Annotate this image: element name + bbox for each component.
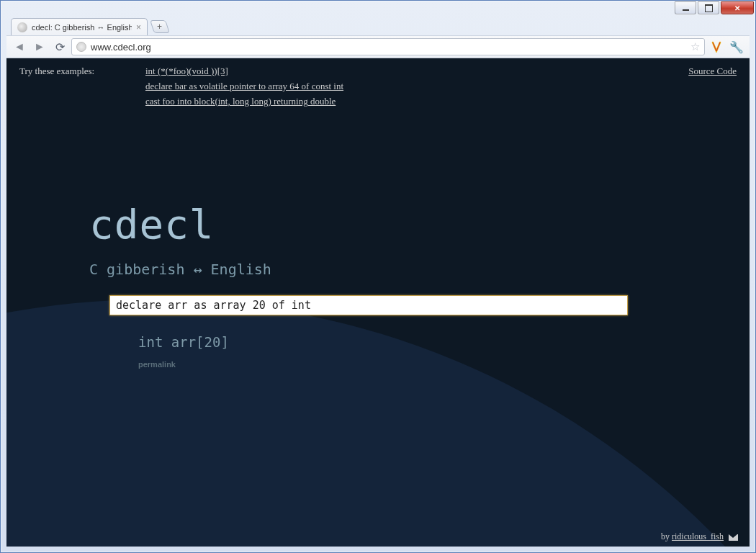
url-text: www.cdecl.org bbox=[91, 42, 686, 53]
page-viewport: Try these examples: int (*(*foo)(void ))… bbox=[6, 58, 750, 547]
forward-button[interactable]: ► bbox=[31, 38, 48, 55]
tab-title: cdecl: C gibberish ↔ English bbox=[32, 23, 132, 32]
bookmark-star-icon[interactable]: ☆ bbox=[690, 40, 700, 53]
permalink-link[interactable]: permalink bbox=[138, 360, 750, 369]
tab-strip: cdecl: C gibberish ↔ English × + bbox=[6, 17, 750, 35]
examples-label: Try these examples: bbox=[19, 66, 145, 107]
translation-output: int arr[20] bbox=[138, 334, 750, 350]
tab-favicon bbox=[17, 22, 27, 32]
globe-icon bbox=[76, 42, 86, 52]
window-titlebar bbox=[1, 1, 755, 17]
mail-icon[interactable] bbox=[729, 534, 738, 541]
browser-chrome: cdecl: C gibberish ↔ English × + ◄ ► ⟳ w… bbox=[6, 17, 750, 547]
back-button[interactable]: ◄ bbox=[11, 38, 28, 55]
window-frame: cdecl: C gibberish ↔ English × + ◄ ► ⟳ w… bbox=[0, 0, 756, 553]
example-link[interactable]: int (*(*foo)(void ))[3] bbox=[145, 66, 343, 77]
window-minimize-button[interactable] bbox=[675, 1, 696, 14]
page-footer: by ridiculous_fish bbox=[661, 531, 738, 542]
new-tab-button[interactable]: + bbox=[150, 20, 170, 33]
declaration-input[interactable] bbox=[109, 295, 628, 315]
address-bar[interactable]: www.cdecl.org ☆ bbox=[71, 38, 705, 55]
reload-button[interactable]: ⟳ bbox=[51, 38, 68, 55]
source-code-link[interactable]: Source Code bbox=[688, 66, 737, 107]
browser-tab[interactable]: cdecl: C gibberish ↔ English × bbox=[11, 18, 148, 35]
window-maximize-button[interactable] bbox=[698, 1, 719, 14]
example-link[interactable]: declare bar as volatile pointer to array… bbox=[145, 81, 343, 92]
wrench-menu-icon[interactable]: 🔧 bbox=[728, 38, 745, 55]
site-title: cdecl bbox=[89, 201, 750, 248]
window-controls bbox=[675, 1, 754, 14]
footer-author-link[interactable]: ridiculous_fish bbox=[672, 531, 724, 541]
browser-toolbar: ◄ ► ⟳ www.cdecl.org ☆ 🔧 bbox=[6, 35, 750, 58]
example-link[interactable]: cast foo into block(int, long long) retu… bbox=[145, 96, 343, 107]
examples-list: int (*(*foo)(void ))[3] declare bar as v… bbox=[145, 66, 343, 107]
main-block: cdecl C gibberish ↔ English int arr[20] … bbox=[89, 201, 750, 369]
tab-close-icon[interactable]: × bbox=[136, 22, 141, 32]
extension-icon[interactable] bbox=[708, 38, 725, 55]
top-row: Try these examples: int (*(*foo)(void ))… bbox=[6, 58, 750, 107]
site-subtitle: C gibberish ↔ English bbox=[89, 261, 750, 278]
footer-by: by bbox=[661, 531, 672, 541]
window-close-button[interactable] bbox=[721, 1, 754, 14]
